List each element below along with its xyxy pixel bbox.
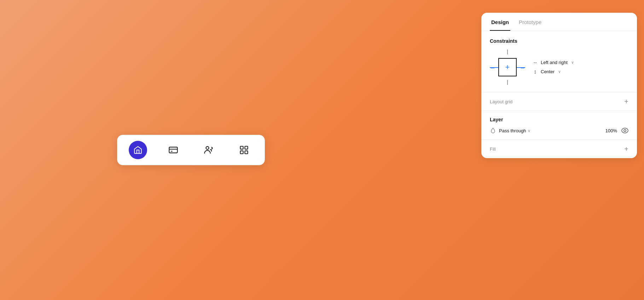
constraint-vertical-row[interactable]: ↕ Center ∨ bbox=[532, 69, 628, 75]
svg-rect-5 bbox=[245, 146, 248, 149]
constraint-options: ↔ Left and right ∨ ↕ Center ∨ bbox=[532, 60, 628, 75]
constraints-content: – – + ↔ Left and right ∨ bbox=[490, 50, 628, 85]
fill-label: Fill bbox=[490, 146, 496, 152]
constraint-horizontal-row[interactable]: ↔ Left and right ∨ bbox=[532, 60, 628, 65]
fill-add-button[interactable]: + bbox=[624, 145, 628, 152]
nav-icon-card[interactable] bbox=[164, 141, 182, 159]
canvas bbox=[0, 0, 382, 300]
layer-row: Pass through ∨ 100% bbox=[490, 127, 628, 134]
constraint-h-chevron: ∨ bbox=[571, 60, 574, 65]
constraints-title: Constraints bbox=[490, 38, 628, 44]
svg-point-8 bbox=[622, 128, 628, 133]
svg-rect-4 bbox=[240, 146, 243, 149]
layer-opacity-value[interactable]: 100% bbox=[605, 128, 617, 133]
svg-point-3 bbox=[206, 146, 209, 149]
constraint-v-label: Center bbox=[541, 69, 555, 74]
tab-prototype[interactable]: Prototype bbox=[517, 19, 543, 31]
constraint-visual: – – + bbox=[490, 50, 525, 85]
tab-design[interactable]: Design bbox=[490, 19, 510, 31]
nav-icon-grid[interactable] bbox=[235, 141, 253, 159]
constraint-h-icon: ↔ bbox=[532, 60, 538, 65]
svg-point-9 bbox=[624, 129, 626, 132]
layer-left: Pass through ∨ bbox=[490, 127, 530, 134]
fill-section: Fill + bbox=[481, 140, 637, 158]
layer-title: Layer bbox=[490, 117, 628, 122]
layout-grid-label: Layout grid bbox=[490, 99, 512, 104]
blend-mode-chevron: ∨ bbox=[528, 128, 530, 133]
blend-mode-dropdown[interactable]: Pass through ∨ bbox=[499, 128, 530, 133]
panel-tabs: Design Prototype bbox=[481, 13, 637, 31]
blend-mode-label: Pass through bbox=[499, 128, 526, 133]
layout-grid-section: Layout grid + bbox=[481, 92, 637, 111]
nav-icon-home[interactable] bbox=[129, 141, 147, 159]
constraint-h-label: Left and right bbox=[541, 60, 568, 65]
blend-icon bbox=[490, 127, 496, 134]
v-tick-bottom bbox=[507, 80, 508, 85]
layout-grid-add-button[interactable]: + bbox=[624, 98, 628, 105]
layer-right: 100% bbox=[605, 128, 628, 133]
nav-icon-users[interactable] bbox=[199, 141, 218, 159]
v-tick-top bbox=[507, 50, 508, 54]
svg-rect-6 bbox=[240, 151, 243, 154]
layer-visibility-icon[interactable] bbox=[621, 128, 628, 133]
h-line-left bbox=[490, 67, 498, 68]
constraint-plus-icon: + bbox=[505, 63, 510, 71]
svg-rect-7 bbox=[245, 151, 248, 154]
constraint-box: + bbox=[498, 58, 517, 76]
h-line-right bbox=[517, 67, 525, 68]
constraint-v-chevron: ∨ bbox=[558, 69, 561, 74]
constraint-v-icon: ↕ bbox=[532, 69, 538, 75]
nav-bar bbox=[117, 135, 265, 165]
svg-rect-0 bbox=[169, 147, 177, 153]
constraints-section: Constraints – – + bbox=[481, 31, 637, 92]
right-panel: Design Prototype Constraints – – + bbox=[481, 13, 637, 158]
layer-section: Layer Pass through ∨ 100% bbox=[481, 111, 637, 140]
